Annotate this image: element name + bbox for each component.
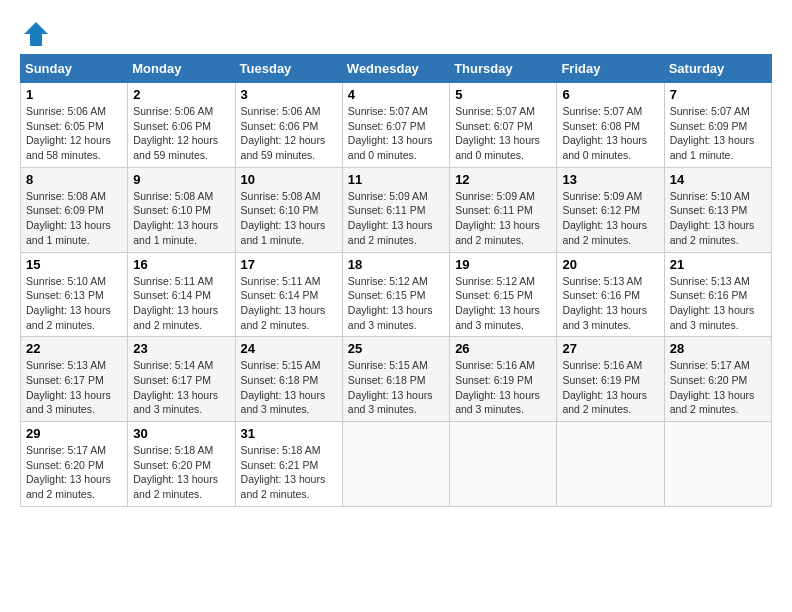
day-info: Sunrise: 5:06 AMSunset: 6:06 PMDaylight:… <box>133 105 218 161</box>
day-info: Sunrise: 5:13 AMSunset: 6:17 PMDaylight:… <box>26 359 111 415</box>
day-number: 29 <box>26 426 122 441</box>
calendar-cell: 30 Sunrise: 5:18 AMSunset: 6:20 PMDaylig… <box>128 422 235 507</box>
day-number: 9 <box>133 172 229 187</box>
day-info: Sunrise: 5:08 AMSunset: 6:09 PMDaylight:… <box>26 190 111 246</box>
day-header-wednesday: Wednesday <box>342 55 449 83</box>
day-number: 27 <box>562 341 658 356</box>
day-info: Sunrise: 5:17 AMSunset: 6:20 PMDaylight:… <box>670 359 755 415</box>
day-info: Sunrise: 5:18 AMSunset: 6:20 PMDaylight:… <box>133 444 218 500</box>
day-info: Sunrise: 5:07 AMSunset: 6:09 PMDaylight:… <box>670 105 755 161</box>
day-number: 10 <box>241 172 337 187</box>
calendar-week-1: 1 Sunrise: 5:06 AMSunset: 6:05 PMDayligh… <box>21 83 772 168</box>
calendar-cell: 19 Sunrise: 5:12 AMSunset: 6:15 PMDaylig… <box>450 252 557 337</box>
day-number: 26 <box>455 341 551 356</box>
day-number: 17 <box>241 257 337 272</box>
day-info: Sunrise: 5:13 AMSunset: 6:16 PMDaylight:… <box>670 275 755 331</box>
day-number: 8 <box>26 172 122 187</box>
day-info: Sunrise: 5:15 AMSunset: 6:18 PMDaylight:… <box>241 359 326 415</box>
day-info: Sunrise: 5:11 AMSunset: 6:14 PMDaylight:… <box>133 275 218 331</box>
day-info: Sunrise: 5:10 AMSunset: 6:13 PMDaylight:… <box>26 275 111 331</box>
calendar-cell: 4 Sunrise: 5:07 AMSunset: 6:07 PMDayligh… <box>342 83 449 168</box>
calendar-header: SundayMondayTuesdayWednesdayThursdayFrid… <box>21 55 772 83</box>
day-info: Sunrise: 5:06 AMSunset: 6:05 PMDaylight:… <box>26 105 111 161</box>
day-number: 18 <box>348 257 444 272</box>
day-header-saturday: Saturday <box>664 55 771 83</box>
calendar-cell: 11 Sunrise: 5:09 AMSunset: 6:11 PMDaylig… <box>342 167 449 252</box>
calendar-week-3: 15 Sunrise: 5:10 AMSunset: 6:13 PMDaylig… <box>21 252 772 337</box>
day-info: Sunrise: 5:07 AMSunset: 6:07 PMDaylight:… <box>455 105 540 161</box>
calendar-week-4: 22 Sunrise: 5:13 AMSunset: 6:17 PMDaylig… <box>21 337 772 422</box>
calendar-cell: 8 Sunrise: 5:08 AMSunset: 6:09 PMDayligh… <box>21 167 128 252</box>
day-info: Sunrise: 5:08 AMSunset: 6:10 PMDaylight:… <box>133 190 218 246</box>
day-info: Sunrise: 5:15 AMSunset: 6:18 PMDaylight:… <box>348 359 433 415</box>
day-info: Sunrise: 5:06 AMSunset: 6:06 PMDaylight:… <box>241 105 326 161</box>
calendar-cell: 17 Sunrise: 5:11 AMSunset: 6:14 PMDaylig… <box>235 252 342 337</box>
calendar-cell: 15 Sunrise: 5:10 AMSunset: 6:13 PMDaylig… <box>21 252 128 337</box>
calendar-cell: 12 Sunrise: 5:09 AMSunset: 6:11 PMDaylig… <box>450 167 557 252</box>
day-number: 13 <box>562 172 658 187</box>
day-info: Sunrise: 5:09 AMSunset: 6:11 PMDaylight:… <box>455 190 540 246</box>
calendar-cell: 23 Sunrise: 5:14 AMSunset: 6:17 PMDaylig… <box>128 337 235 422</box>
calendar-cell: 18 Sunrise: 5:12 AMSunset: 6:15 PMDaylig… <box>342 252 449 337</box>
day-info: Sunrise: 5:16 AMSunset: 6:19 PMDaylight:… <box>562 359 647 415</box>
day-info: Sunrise: 5:07 AMSunset: 6:08 PMDaylight:… <box>562 105 647 161</box>
day-number: 1 <box>26 87 122 102</box>
logo <box>20 20 50 44</box>
calendar-cell <box>664 422 771 507</box>
day-number: 3 <box>241 87 337 102</box>
day-header-thursday: Thursday <box>450 55 557 83</box>
calendar-cell: 3 Sunrise: 5:06 AMSunset: 6:06 PMDayligh… <box>235 83 342 168</box>
day-number: 20 <box>562 257 658 272</box>
calendar-week-5: 29 Sunrise: 5:17 AMSunset: 6:20 PMDaylig… <box>21 422 772 507</box>
day-number: 6 <box>562 87 658 102</box>
calendar-cell: 13 Sunrise: 5:09 AMSunset: 6:12 PMDaylig… <box>557 167 664 252</box>
calendar-cell: 29 Sunrise: 5:17 AMSunset: 6:20 PMDaylig… <box>21 422 128 507</box>
day-header-monday: Monday <box>128 55 235 83</box>
day-header-tuesday: Tuesday <box>235 55 342 83</box>
calendar-cell: 9 Sunrise: 5:08 AMSunset: 6:10 PMDayligh… <box>128 167 235 252</box>
calendar-cell: 10 Sunrise: 5:08 AMSunset: 6:10 PMDaylig… <box>235 167 342 252</box>
day-info: Sunrise: 5:11 AMSunset: 6:14 PMDaylight:… <box>241 275 326 331</box>
day-number: 11 <box>348 172 444 187</box>
calendar-cell <box>450 422 557 507</box>
calendar-cell: 28 Sunrise: 5:17 AMSunset: 6:20 PMDaylig… <box>664 337 771 422</box>
calendar-cell: 24 Sunrise: 5:15 AMSunset: 6:18 PMDaylig… <box>235 337 342 422</box>
day-number: 31 <box>241 426 337 441</box>
day-number: 2 <box>133 87 229 102</box>
calendar-cell: 2 Sunrise: 5:06 AMSunset: 6:06 PMDayligh… <box>128 83 235 168</box>
day-header-sunday: Sunday <box>21 55 128 83</box>
calendar-cell: 1 Sunrise: 5:06 AMSunset: 6:05 PMDayligh… <box>21 83 128 168</box>
calendar-body: 1 Sunrise: 5:06 AMSunset: 6:05 PMDayligh… <box>21 83 772 507</box>
day-number: 15 <box>26 257 122 272</box>
calendar-cell: 26 Sunrise: 5:16 AMSunset: 6:19 PMDaylig… <box>450 337 557 422</box>
day-info: Sunrise: 5:09 AMSunset: 6:11 PMDaylight:… <box>348 190 433 246</box>
calendar-cell: 25 Sunrise: 5:15 AMSunset: 6:18 PMDaylig… <box>342 337 449 422</box>
day-number: 28 <box>670 341 766 356</box>
logo-icon <box>22 20 50 48</box>
day-header-friday: Friday <box>557 55 664 83</box>
calendar-cell: 21 Sunrise: 5:13 AMSunset: 6:16 PMDaylig… <box>664 252 771 337</box>
calendar-cell: 7 Sunrise: 5:07 AMSunset: 6:09 PMDayligh… <box>664 83 771 168</box>
day-number: 4 <box>348 87 444 102</box>
day-info: Sunrise: 5:12 AMSunset: 6:15 PMDaylight:… <box>455 275 540 331</box>
calendar-table: SundayMondayTuesdayWednesdayThursdayFrid… <box>20 54 772 507</box>
day-number: 22 <box>26 341 122 356</box>
day-number: 12 <box>455 172 551 187</box>
day-number: 19 <box>455 257 551 272</box>
day-number: 5 <box>455 87 551 102</box>
day-number: 14 <box>670 172 766 187</box>
day-info: Sunrise: 5:10 AMSunset: 6:13 PMDaylight:… <box>670 190 755 246</box>
day-number: 30 <box>133 426 229 441</box>
calendar-cell: 27 Sunrise: 5:16 AMSunset: 6:19 PMDaylig… <box>557 337 664 422</box>
calendar-cell: 31 Sunrise: 5:18 AMSunset: 6:21 PMDaylig… <box>235 422 342 507</box>
calendar-cell: 6 Sunrise: 5:07 AMSunset: 6:08 PMDayligh… <box>557 83 664 168</box>
day-number: 21 <box>670 257 766 272</box>
calendar-cell: 5 Sunrise: 5:07 AMSunset: 6:07 PMDayligh… <box>450 83 557 168</box>
calendar-cell <box>342 422 449 507</box>
day-number: 23 <box>133 341 229 356</box>
calendar-cell <box>557 422 664 507</box>
calendar-cell: 20 Sunrise: 5:13 AMSunset: 6:16 PMDaylig… <box>557 252 664 337</box>
day-number: 16 <box>133 257 229 272</box>
day-info: Sunrise: 5:13 AMSunset: 6:16 PMDaylight:… <box>562 275 647 331</box>
day-info: Sunrise: 5:07 AMSunset: 6:07 PMDaylight:… <box>348 105 433 161</box>
